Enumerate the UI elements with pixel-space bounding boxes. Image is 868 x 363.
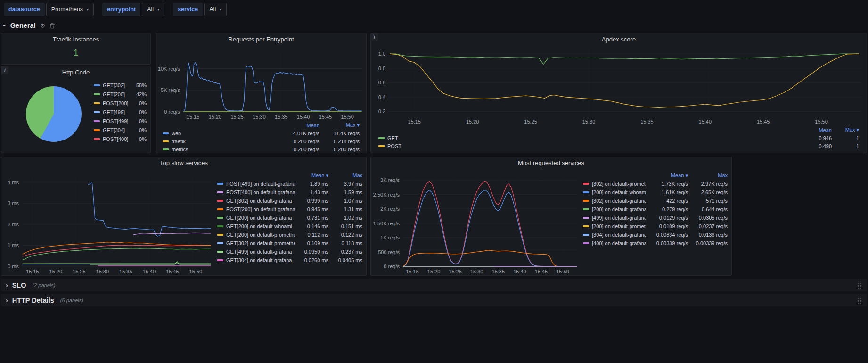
svg-text:15:40: 15:40 <box>297 114 310 120</box>
apdex-chart[interactable]: 0.20.40.60.81.015:1515:2015:2515:3015:35… <box>372 46 867 125</box>
trash-icon[interactable] <box>49 23 55 29</box>
legend-item[interactable]: [200] on default-whoami 1.61K req/s 2.65… <box>583 188 728 197</box>
svg-text:0 req/s: 0 req/s <box>384 264 400 269</box>
chevron-down-icon: ▾ <box>87 8 89 12</box>
legend-item[interactable]: GET 0.946 1 <box>378 134 859 142</box>
svg-text:15:30: 15:30 <box>470 269 483 274</box>
most-requested-chart[interactable]: 0 req/s500 req/s1K req/s1.50K req/s2K re… <box>372 169 581 275</box>
legend-item[interactable]: metrics 0.200 req/s 0.200 req/s <box>163 145 360 153</box>
variable-label: datasource <box>4 3 45 16</box>
legend-item[interactable]: web 4.01K req/s 11.4K req/s <box>163 129 360 137</box>
legend-item[interactable]: [302] on default-prometheus 1.73K req/s … <box>583 180 728 188</box>
series-name-cell: traefik <box>163 139 275 144</box>
legend-item[interactable]: POST[499] on default-grafana 1.89 ms 3.9… <box>217 180 362 188</box>
variable-dropdown[interactable]: All ▾ <box>142 3 164 16</box>
legend-sort-mean[interactable]: Mean <box>275 123 319 128</box>
legend-sort-mean[interactable]: Mean <box>799 127 832 133</box>
series-label: GET <box>387 135 398 141</box>
legend-item[interactable]: GET[499] 0% <box>94 107 147 116</box>
stat-value: 1 <box>1 48 150 58</box>
legend-item[interactable]: POST[200] 0% <box>94 99 147 107</box>
legend-item[interactable]: GET[304] on default-grafana 0.0260 ms 0.… <box>217 256 362 264</box>
variable-dropdown[interactable]: All ▾ <box>204 3 227 16</box>
series-label: POST[499] on default-grafana <box>226 181 295 187</box>
series-label: [302] on default-prometheus <box>592 181 646 187</box>
legend-item[interactable]: [400] on default-grafana 0.00339 req/s 0… <box>583 239 728 248</box>
row-header-slo[interactable]: › SLO (2 panels) <box>1 279 867 291</box>
series-name-cell: web <box>163 131 275 136</box>
svg-text:500 req/s: 500 req/s <box>378 249 400 255</box>
panel-title[interactable]: Most requested services <box>371 157 731 169</box>
legend-item[interactable]: POST[400] on default-grafana 1.43 ms 1.5… <box>217 188 362 197</box>
svg-text:0.8: 0.8 <box>378 66 385 71</box>
series-max: 11.4K req/s <box>319 131 360 136</box>
legend-sort-mean[interactable]: Mean ▾ <box>646 173 688 179</box>
legend-item[interactable]: GET[200] 42% <box>94 90 147 99</box>
legend-item[interactable]: GET[200] on default-grafana 0.731 ms 1.0… <box>217 214 362 222</box>
series-name-cell: [304] on default-grafana <box>583 232 646 238</box>
info-icon[interactable]: i <box>371 33 378 41</box>
legend-table: Mean Max ▾ GET 0.946 1 <box>372 126 866 150</box>
top-slow-chart[interactable]: 0 ms1 ms2 ms3 ms4 ms15:1515:2015:2515:30… <box>2 169 215 275</box>
panel-title[interactable]: Top slow services <box>1 157 366 169</box>
pie-chart[interactable] <box>26 86 82 142</box>
drag-handle[interactable] <box>857 281 862 289</box>
legend-item[interactable]: [200] on default-grafana 0.279 req/s 0.6… <box>583 205 728 214</box>
legend-sort-max[interactable]: Max <box>688 173 728 178</box>
svg-text:15:40: 15:40 <box>513 269 526 274</box>
legend-item[interactable]: POST[499] 0% <box>94 116 147 125</box>
row-header-http-details[interactable]: › HTTP Details (6 panels) <box>1 294 867 306</box>
series-color-chip <box>217 200 223 202</box>
legend-item[interactable]: GET[304] 0% <box>94 125 147 134</box>
variable-label: service <box>173 3 203 16</box>
legend-sort-max[interactable]: Max <box>328 173 362 178</box>
gear-icon[interactable]: ⚙ <box>40 22 46 29</box>
legend-item[interactable]: GET[200] on default-whoami 0.146 ms 0.15… <box>217 222 362 231</box>
chevron-down-icon: ▾ <box>157 8 159 12</box>
legend-item[interactable]: POST 0.490 1 <box>378 142 859 150</box>
svg-text:15:25: 15:25 <box>449 269 462 274</box>
series-label: [499] on default-grafana <box>592 215 646 221</box>
legend-item[interactable]: [499] on default-grafana 0.0129 req/s 0.… <box>583 214 728 222</box>
variable-value: All <box>147 6 154 13</box>
panel-title[interactable]: Requests per Entrypoint <box>156 33 366 46</box>
svg-text:1.0: 1.0 <box>378 51 385 57</box>
legend-item[interactable]: POST[200] on default-grafana 0.945 ms 1.… <box>217 205 362 214</box>
legend-sort-max[interactable]: Max ▾ <box>832 127 859 133</box>
requests-chart[interactable]: 0 req/s5K req/s10K req/s15:1515:2015:251… <box>157 46 366 120</box>
legend-item[interactable]: POST[400] 0% <box>94 134 147 143</box>
series-color-chip <box>583 183 589 185</box>
panel-title[interactable]: Apdex score <box>371 33 867 46</box>
legend-item[interactable]: traefik 0.200 req/s 0.218 req/s <box>163 137 360 145</box>
legend-item[interactable]: [304] on default-grafana 0.00834 req/s 0… <box>583 231 728 239</box>
legend-item[interactable]: GET[200] on default-prometheus 0.112 ms … <box>217 231 362 239</box>
series-max: 0.237 ms <box>328 249 362 255</box>
series-label: GET[302] on default-grafana <box>226 198 292 204</box>
svg-text:15:30: 15:30 <box>253 114 266 120</box>
legend-item[interactable]: GET[499] on default-grafana 0.0950 ms 0.… <box>217 248 362 256</box>
row-title: HTTP Details <box>12 297 54 304</box>
legend-item[interactable]: [200] on default-prometheus 0.0109 req/s… <box>583 222 728 231</box>
series-label: POST[400] on default-grafana <box>226 190 295 195</box>
panel-title[interactable]: Traefik Instances <box>1 33 150 46</box>
series-color-chip <box>217 217 223 219</box>
panel-http-code: i Http Code GET[302] 58% GET[200] 42% <box>1 66 151 153</box>
row-header-general[interactable]: › General ⚙ <box>4 20 55 31</box>
panel-title[interactable]: Http Code <box>1 66 150 79</box>
info-icon[interactable]: i <box>1 66 8 74</box>
variable-dropdown[interactable]: Prometheus ▾ <box>46 3 94 16</box>
series-name-cell: GET[499] on default-grafana <box>217 249 295 255</box>
svg-text:15:35: 15:35 <box>275 114 288 120</box>
legend-item[interactable]: GET[302] on default-grafana 0.999 ms 1.0… <box>217 197 362 205</box>
series-mean: 0.0260 ms <box>295 257 328 263</box>
legend-item[interactable]: [302] on default-grafana 422 req/s 571 r… <box>583 197 728 205</box>
series-max: 1.31 ms <box>328 206 362 212</box>
svg-text:15:35: 15:35 <box>119 269 132 274</box>
series-name-cell: GET[302] on default-prometheus <box>217 240 295 246</box>
legend-sort-mean[interactable]: Mean ▾ <box>295 173 328 179</box>
legend-item[interactable]: GET[302] 58% <box>94 81 147 90</box>
drag-handle[interactable] <box>857 297 862 304</box>
legend-item[interactable]: GET[302] on default-prometheus 0.109 ms … <box>217 239 362 248</box>
legend-sort-max[interactable]: Max ▾ <box>319 122 360 128</box>
series-name-cell: POST <box>378 143 799 149</box>
